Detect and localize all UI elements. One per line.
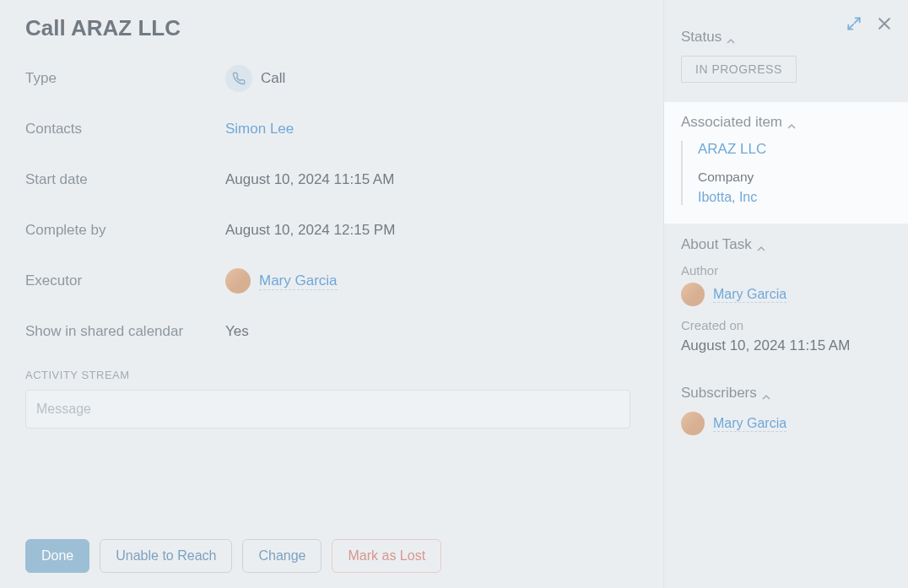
expand-icon[interactable] [846, 15, 862, 32]
associated-item-section: Associated item ARAZ LLC Company Ibotta,… [664, 101, 908, 224]
shared-calendar-label: Show in shared calendar [25, 323, 225, 340]
contacts-row: Contacts Simon Lee [25, 116, 638, 143]
subscribers-section: Subscribers Mary Garcia [664, 373, 908, 466]
avatar [681, 412, 705, 435]
message-placeholder: Message [36, 402, 91, 417]
about-task-section: About Task Author Mary Garcia Created on… [664, 224, 908, 373]
associated-company-label: Company [698, 170, 891, 185]
chevron-up-icon [757, 240, 765, 249]
start-date-value: August 10, 2024 11:15 AM [225, 171, 394, 188]
activity-stream-label: ACTIVITY STREAM [25, 369, 638, 381]
bottom-bar: Done Unable to Reach Change Mark as Lost [25, 539, 441, 573]
chevron-up-icon [727, 33, 735, 41]
associated-block: ARAZ LLC Company Ibotta, Inc [681, 141, 891, 205]
associated-primary-link[interactable]: ARAZ LLC [698, 141, 891, 158]
change-button[interactable]: Change [242, 539, 322, 573]
unable-to-reach-button[interactable]: Unable to Reach [100, 539, 232, 573]
right-panel: Status IN PROGRESS Associated item ARAZ … [663, 0, 908, 588]
status-title-text: Status [681, 29, 722, 46]
start-date-label: Start date [25, 171, 225, 188]
subscribers-title-text: Subscribers [681, 385, 757, 402]
type-value: Call [261, 70, 285, 87]
about-title[interactable]: About Task [681, 236, 891, 253]
executor-label: Executor [25, 272, 225, 289]
contacts-label: Contacts [25, 121, 225, 138]
call-icon [225, 65, 252, 92]
subscriber-user: Mary Garcia [681, 412, 891, 435]
shared-calendar-value: Yes [225, 323, 249, 340]
complete-by-row: Complete by August 10, 2024 12:15 PM [25, 217, 638, 244]
type-label: Type [25, 70, 225, 87]
status-badge[interactable]: IN PROGRESS [681, 56, 797, 83]
author-link[interactable]: Mary Garcia [713, 287, 786, 303]
top-icons [846, 15, 893, 32]
chevron-up-icon [762, 389, 770, 397]
message-input[interactable]: Message [25, 390, 630, 429]
complete-by-value: August 10, 2024 12:15 PM [225, 222, 395, 239]
avatar [225, 268, 251, 294]
complete-by-label: Complete by [25, 222, 225, 239]
done-button[interactable]: Done [25, 539, 89, 573]
mark-as-lost-button[interactable]: Mark as Lost [332, 539, 441, 573]
subscriber-link[interactable]: Mary Garcia [713, 416, 786, 432]
subscribers-title[interactable]: Subscribers [681, 385, 891, 402]
executor-link[interactable]: Mary Garcia [259, 272, 338, 290]
author-user: Mary Garcia [681, 283, 891, 306]
author-label: Author [681, 263, 891, 278]
type-row: Type Call [25, 65, 638, 92]
created-on-label: Created on [681, 318, 891, 332]
shared-calendar-row: Show in shared calendar Yes [25, 318, 638, 345]
start-date-row: Start date August 10, 2024 11:15 AM [25, 166, 638, 193]
associated-title-text: Associated item [681, 114, 782, 131]
created-on-value: August 10, 2024 11:15 AM [681, 337, 891, 354]
page-title: Call ARAZ LLC [25, 15, 638, 41]
executor-row: Executor Mary Garcia [25, 267, 638, 294]
close-icon[interactable] [876, 15, 893, 32]
avatar [681, 283, 705, 306]
associated-company-link[interactable]: Ibotta, Inc [698, 190, 891, 205]
about-title-text: About Task [681, 236, 752, 253]
chevron-up-icon [787, 118, 796, 127]
associated-title[interactable]: Associated item [681, 114, 891, 131]
contacts-link[interactable]: Simon Lee [225, 121, 294, 138]
